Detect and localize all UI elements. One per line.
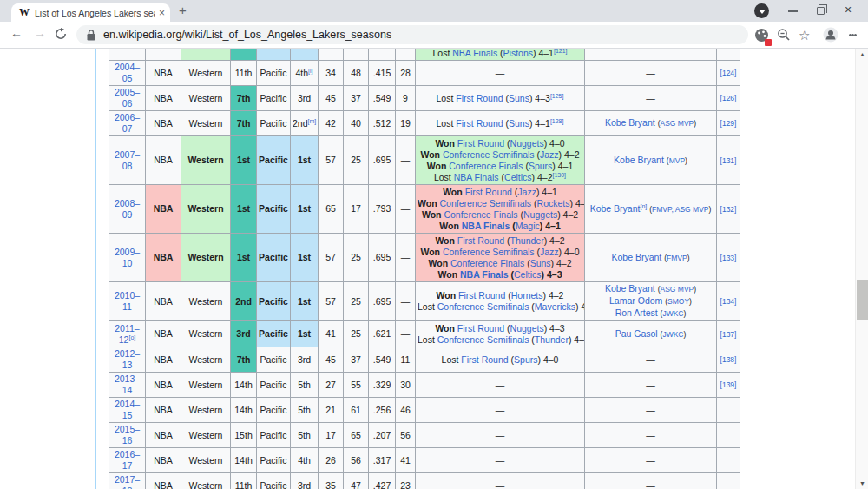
tab-close-icon[interactable]: × xyxy=(159,8,165,18)
award-abbr-link[interactable]: SMOY xyxy=(667,297,689,306)
playoff-round-link[interactable]: First Round xyxy=(456,118,503,129)
playoff-team-link[interactable]: Suns xyxy=(509,118,529,129)
reference-link[interactable]: [131] xyxy=(720,156,737,165)
playoff-round-link[interactable]: NBA Finals xyxy=(454,172,499,182)
window-close-button[interactable]: × xyxy=(845,3,852,17)
maximize-button[interactable] xyxy=(817,7,825,15)
season-link[interactable]: 2017–18 xyxy=(115,474,140,489)
playoff-team-link[interactable]: Jazz xyxy=(517,187,536,197)
extension-icon[interactable] xyxy=(754,25,769,44)
playoff-team-link[interactable]: Jazz xyxy=(540,247,559,257)
footnote-link[interactable]: [m] xyxy=(308,117,317,123)
reference-link[interactable]: [126] xyxy=(720,94,737,102)
reload-button[interactable] xyxy=(55,28,67,43)
footnote-link[interactable]: [125] xyxy=(550,92,564,98)
award-player-link[interactable]: Kobe Bryant xyxy=(611,252,661,262)
playoff-round-link[interactable]: First Round xyxy=(457,323,504,334)
season-link[interactable]: 2012–13 xyxy=(115,348,140,370)
zoom-indicator-icon[interactable] xyxy=(777,25,791,44)
browser-menu-button[interactable] xyxy=(849,25,857,44)
back-button[interactable]: ← xyxy=(10,26,23,40)
forward-button[interactable]: → xyxy=(34,26,46,40)
profile-avatar-button[interactable] xyxy=(823,25,838,44)
footnote-link[interactable]: [o] xyxy=(128,334,135,340)
award-abbr-link[interactable]: JWKC xyxy=(662,309,683,318)
playoff-team-link[interactable]: Thunder xyxy=(535,334,569,345)
playoff-team-link[interactable]: Nuggets xyxy=(510,323,544,334)
season-link[interactable]: 2015–16 xyxy=(115,424,140,446)
playoff-team-link[interactable]: Hornets xyxy=(511,290,543,301)
footnote-link[interactable]: [121] xyxy=(554,49,568,54)
playoff-team-link[interactable]: Rockets xyxy=(537,198,570,208)
season-link[interactable]: 2006–07 xyxy=(115,112,140,134)
scrollbar-up-icon[interactable]: ▲ xyxy=(856,49,868,60)
playoff-team-link[interactable]: Mavericks xyxy=(535,301,575,312)
award-player-link[interactable]: Ron Artest xyxy=(615,307,658,318)
reference-link[interactable]: [129] xyxy=(720,119,737,128)
playoff-team-link[interactable]: Magic xyxy=(516,221,540,231)
playoff-team-link[interactable]: Pistons xyxy=(503,49,533,58)
playoff-team-link[interactable]: Suns xyxy=(530,258,551,268)
footnote-link[interactable]: [130] xyxy=(553,171,567,177)
playoff-round-link[interactable]: Conference Semifinals xyxy=(437,301,529,312)
playoff-team-link[interactable]: Thunder xyxy=(510,235,544,246)
scrollbar-down-icon[interactable]: ▼ xyxy=(856,478,868,489)
playoff-round-link[interactable]: Conference Finals xyxy=(449,161,523,171)
playoff-round-link[interactable]: Conference Finals xyxy=(450,258,524,268)
playoff-round-link[interactable]: First Round xyxy=(458,290,505,301)
playoff-team-link[interactable]: Jazz xyxy=(540,149,559,160)
playoff-round-link[interactable]: First Round xyxy=(465,187,512,197)
award-abbr-link[interactable]: JWKC xyxy=(662,330,683,339)
award-player-link[interactable]: Kobe Bryant xyxy=(614,155,664,165)
season-link[interactable]: 2010–11 xyxy=(115,290,140,312)
reference-link[interactable]: [132] xyxy=(720,205,737,214)
bookmark-star-button[interactable]: ☆ xyxy=(799,25,810,44)
playoff-round-link[interactable]: NBA Finals xyxy=(460,269,509,280)
award-player-link[interactable]: Lamar Odom xyxy=(609,295,662,306)
award-abbr-link[interactable]: MVP xyxy=(669,156,685,165)
award-abbr-link[interactable]: ASG MVP xyxy=(660,285,694,294)
tab-search-icon[interactable] xyxy=(754,3,769,18)
new-tab-button[interactable]: + xyxy=(179,3,187,17)
award-abbr-link[interactable]: ASG MVP xyxy=(660,119,694,128)
award-player-link[interactable]: Kobe Bryant xyxy=(605,283,655,294)
season-link[interactable]: 2005–06 xyxy=(115,87,140,109)
playoff-team-link[interactable]: Spurs xyxy=(514,354,537,365)
browser-tab[interactable]: W List of Los Angeles Lakers season × xyxy=(11,3,170,22)
reference-link[interactable]: [138] xyxy=(720,355,737,364)
season-link[interactable]: 2007–08 xyxy=(115,149,140,171)
playoff-round-link[interactable]: Conference Finals xyxy=(444,209,517,220)
minimize-button[interactable] xyxy=(788,10,798,12)
playoff-round-link[interactable]: First Round xyxy=(456,93,503,103)
reference-link[interactable]: [133] xyxy=(720,254,737,262)
season-link[interactable]: 2016–17 xyxy=(115,449,140,471)
playoff-round-link[interactable]: Conference Semifinals xyxy=(437,334,529,345)
season-link[interactable]: 2009–10 xyxy=(115,247,140,268)
playoff-round-link[interactable]: NBA Finals xyxy=(452,49,497,58)
playoff-round-link[interactable]: First Round xyxy=(457,138,504,149)
playoff-team-link[interactable]: Nuggets xyxy=(510,138,544,149)
season-link[interactable]: 2004–05 xyxy=(115,62,140,83)
playoff-round-link[interactable]: Conference Semifinals xyxy=(443,247,535,257)
playoff-round-link[interactable]: First Round xyxy=(457,235,504,246)
season-link[interactable]: 2008–09 xyxy=(115,198,140,220)
season-link[interactable]: 2013–14 xyxy=(115,373,140,395)
footnote-link[interactable]: [n] xyxy=(640,202,647,208)
vertical-scrollbar[interactable]: ▲ ▼ xyxy=(855,49,868,489)
footnote-link[interactable]: [l] xyxy=(308,67,312,73)
scrollbar-thumb[interactable] xyxy=(857,280,868,320)
reference-link[interactable]: [134] xyxy=(720,297,737,306)
reference-link[interactable]: [139] xyxy=(720,380,737,389)
playoff-round-link[interactable]: NBA Finals xyxy=(462,221,510,231)
reference-link[interactable]: [137] xyxy=(720,330,737,339)
playoff-round-link[interactable]: Conference Semifinals xyxy=(443,149,535,160)
playoff-team-link[interactable]: Suns xyxy=(509,93,529,103)
playoff-team-link[interactable]: Spurs xyxy=(529,161,552,171)
award-player-link[interactable]: Kobe Bryant xyxy=(605,117,655,128)
playoff-team-link[interactable]: Celtics xyxy=(504,172,532,182)
playoff-round-link[interactable]: First Round xyxy=(461,354,508,365)
reference-link[interactable]: [124] xyxy=(720,69,737,77)
award-player-link[interactable]: Pau Gasol xyxy=(615,328,658,339)
address-bar[interactable]: en.wikipedia.org/wiki/List_of_Los_Angele… xyxy=(76,25,748,44)
award-player-link[interactable]: Kobe Bryant xyxy=(590,203,641,214)
